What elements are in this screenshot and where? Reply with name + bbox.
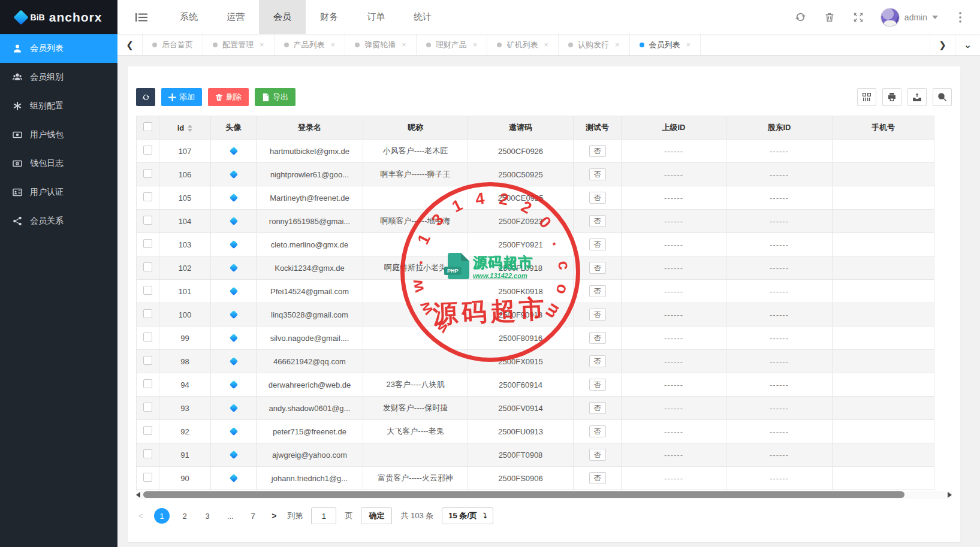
add-button[interactable]: 添加 <box>161 88 202 106</box>
delete-button[interactable]: 删除 <box>208 88 249 106</box>
tab-close-icon[interactable]: × <box>260 40 264 49</box>
fullscreen-icon[interactable] <box>852 11 865 24</box>
tab-理财产品[interactable]: 理财产品× <box>417 34 488 55</box>
tab-close-icon[interactable]: × <box>402 40 406 49</box>
horizontal-scrollbar[interactable] <box>136 491 952 499</box>
test-flag-badge[interactable]: 否 <box>589 192 606 204</box>
test-flag-badge[interactable]: 否 <box>589 262 606 274</box>
test-flag-badge[interactable]: 否 <box>589 285 606 297</box>
sidebar-item-会员关系[interactable]: 会员关系 <box>0 207 117 235</box>
user-menu[interactable]: admin <box>881 8 938 27</box>
select-all-checkbox[interactable] <box>143 122 152 131</box>
test-flag-badge[interactable]: 否 <box>589 215 606 227</box>
test-flag-badge[interactable]: 否 <box>589 238 606 250</box>
test-flag-badge[interactable]: 否 <box>589 168 606 180</box>
row-checkbox[interactable] <box>143 426 152 435</box>
test-flag-badge[interactable]: 否 <box>589 472 606 484</box>
row-checkbox[interactable] <box>143 146 152 155</box>
page-number-7[interactable]: 7 <box>245 508 261 524</box>
shareholder-id-value: ------ <box>770 451 789 460</box>
nav-item-系统[interactable]: 系统 <box>165 0 212 34</box>
row-checkbox[interactable] <box>143 379 152 388</box>
test-flag-badge[interactable]: 否 <box>589 309 606 321</box>
nav-item-运营[interactable]: 运营 <box>212 0 259 34</box>
page-number-2[interactable]: 2 <box>177 508 192 524</box>
row-checkbox[interactable] <box>143 192 152 201</box>
tabs-scroll-left-icon[interactable]: ❮ <box>117 34 143 55</box>
tabs-dropdown-icon[interactable]: ⌄ <box>955 34 980 55</box>
menu-collapse-icon[interactable] <box>117 0 165 34</box>
page-number-1[interactable]: 1 <box>154 508 170 524</box>
row-checkbox[interactable] <box>143 449 152 458</box>
tab-close-icon[interactable]: × <box>473 40 478 49</box>
tab-close-icon[interactable]: × <box>615 40 620 49</box>
prev-page-icon[interactable]: < <box>136 511 146 521</box>
sort-asc-icon[interactable] <box>188 125 192 128</box>
print-icon[interactable] <box>882 88 901 106</box>
tab-close-icon[interactable]: × <box>331 40 336 49</box>
sidebar-item-用户认证[interactable]: 用户认证 <box>0 178 117 207</box>
tabs-scroll-right-icon[interactable]: ❯ <box>930 34 955 55</box>
tab-配置管理[interactable]: 配置管理× <box>203 34 275 55</box>
sort-icon[interactable] <box>188 125 192 132</box>
test-flag-badge[interactable]: 否 <box>589 145 606 157</box>
sort-desc-icon[interactable] <box>188 129 192 132</box>
cell-shareholder-id: ------ <box>726 420 833 443</box>
test-flag-badge[interactable]: 否 <box>589 379 606 391</box>
row-checkbox[interactable] <box>143 356 152 365</box>
tab-弹窗轮播[interactable]: 弹窗轮播× <box>345 34 417 55</box>
next-page-icon[interactable]: > <box>269 511 279 521</box>
trash-icon[interactable] <box>823 11 836 24</box>
search-icon[interactable] <box>933 88 952 106</box>
columns-icon[interactable] <box>857 88 876 106</box>
nav-item-财务[interactable]: 财务 <box>306 0 352 34</box>
row-checkbox[interactable] <box>143 403 152 412</box>
tab-close-icon[interactable]: × <box>544 40 548 49</box>
confirm-page-button[interactable]: 确定 <box>361 507 392 524</box>
nav-item-订单[interactable]: 订单 <box>352 0 399 34</box>
tab-会员列表[interactable]: 会员列表× <box>630 34 701 55</box>
user-avatar[interactable] <box>881 8 900 27</box>
per-page-select[interactable]: 15 条/页 ⤵ <box>442 507 493 524</box>
export-tray-icon[interactable] <box>907 88 927 106</box>
row-checkbox[interactable] <box>143 262 152 271</box>
column-header-id[interactable]: id <box>159 116 211 140</box>
test-flag-badge[interactable]: 否 <box>589 425 606 437</box>
tab-后台首页[interactable]: 后台首页 <box>143 34 203 55</box>
export-button[interactable]: 导出 <box>255 88 295 106</box>
nav-item-统计[interactable]: 统计 <box>399 0 446 34</box>
refresh-icon[interactable] <box>794 11 807 24</box>
row-checkbox[interactable] <box>143 216 152 225</box>
column-header-label: id <box>177 123 185 132</box>
sidebar-item-会员组别[interactable]: 会员组别 <box>0 63 117 92</box>
tab-矿机列表[interactable]: 矿机列表× <box>487 34 559 55</box>
row-checkbox[interactable] <box>143 309 152 318</box>
test-flag-badge[interactable]: 否 <box>589 402 606 414</box>
page-number-3[interactable]: 3 <box>200 508 215 524</box>
goto-page-input[interactable] <box>311 507 336 524</box>
column-header-头像: 头像 <box>211 116 257 140</box>
scroll-right-arrow-icon[interactable] <box>948 492 952 498</box>
test-flag-badge[interactable]: 否 <box>589 449 606 461</box>
row-checkbox[interactable] <box>143 473 152 482</box>
scrollbar-thumb[interactable] <box>143 491 904 498</box>
scroll-left-arrow-icon[interactable] <box>136 492 140 498</box>
kebab-menu-icon[interactable] <box>954 11 967 24</box>
cell-shareholder-id: ------ <box>726 350 833 373</box>
row-checkbox[interactable] <box>143 239 152 248</box>
row-checkbox[interactable] <box>143 286 152 295</box>
tab-产品列表[interactable]: 产品列表× <box>275 34 346 55</box>
test-flag-badge[interactable]: 否 <box>589 355 606 367</box>
table-row: 99silvo.nagode@gmail....2500F80916否-----… <box>137 327 934 350</box>
nav-item-会员[interactable]: 会员 <box>259 0 306 34</box>
tab-认购发行[interactable]: 认购发行× <box>559 34 630 55</box>
test-flag-badge[interactable]: 否 <box>589 332 606 344</box>
refresh-table-button[interactable] <box>136 88 155 106</box>
sidebar-item-组别配置[interactable]: 组别配置 <box>0 92 117 120</box>
row-checkbox[interactable] <box>143 169 152 178</box>
sidebar-item-钱包日志[interactable]: 钱包日志 <box>0 149 117 178</box>
sidebar-item-会员列表[interactable]: 会员列表 <box>0 34 117 63</box>
row-checkbox[interactable] <box>143 333 152 342</box>
sidebar-item-用户钱包[interactable]: 用户钱包 <box>0 120 117 149</box>
tab-close-icon[interactable]: × <box>686 40 691 49</box>
